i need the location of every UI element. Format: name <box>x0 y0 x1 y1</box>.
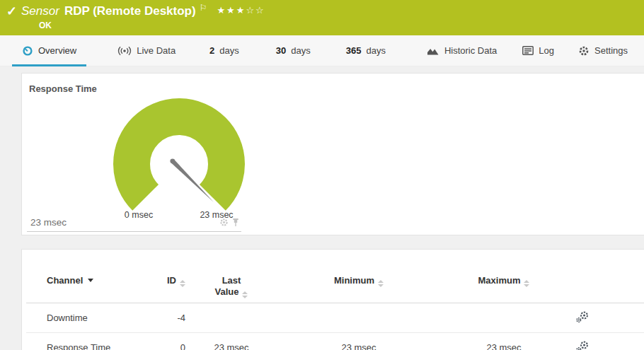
response-time-gauge: 0 msec 23 msec <box>105 95 253 226</box>
channel-settings-cogs-icon[interactable] <box>575 340 590 350</box>
channel-last-value: 23 msec <box>185 333 277 350</box>
sort-icon <box>180 280 185 287</box>
channel-maximum <box>440 303 568 333</box>
log-icon <box>522 46 534 55</box>
gauge-icon <box>22 45 33 57</box>
column-header-minimum[interactable]: Minimum <box>277 250 440 303</box>
tab-label: Settings <box>594 45 628 56</box>
table-header-row: Channel ID Last Value Minimum Maximum <box>26 250 644 303</box>
table-row: Response Time 0 23 msec 23 msec 23 msec <box>26 333 644 350</box>
broadcast-icon <box>117 46 132 56</box>
tab-number: 2 <box>209 45 214 56</box>
sensor-status-header: ✓ Sensor RDP (Remote Desktop) ⚐ ★★★☆☆ OK <box>0 0 644 35</box>
channel-name: Downtime <box>26 303 139 333</box>
channel-last-value <box>185 303 277 333</box>
channel-id: 0 <box>139 333 185 350</box>
sort-desc-icon <box>88 279 93 282</box>
gauge-current-value: 23 msec <box>28 217 67 228</box>
tab-live-data[interactable]: Live Data <box>108 35 185 66</box>
gauge-footer: 23 msec <box>27 213 241 232</box>
tab-label: days <box>219 45 238 56</box>
channel-minimum <box>277 303 440 333</box>
tab-label: Historic Data <box>444 45 497 56</box>
tab-overview[interactable]: Overview <box>12 35 86 66</box>
channel-name: Response Time <box>26 333 139 350</box>
channel-maximum: 23 msec <box>440 333 568 350</box>
tab-settings[interactable]: Settings <box>568 35 638 66</box>
channel-id: -4 <box>139 303 185 333</box>
tab-label: days <box>291 45 310 56</box>
tab-label: days <box>366 45 385 56</box>
column-header-maximum[interactable]: Maximum <box>440 250 568 303</box>
channel-minimum: 23 msec <box>277 333 440 350</box>
tab-label: Live Data <box>137 45 176 56</box>
response-time-panel: Response Time 0 msec 23 msec 23 msec <box>21 73 644 235</box>
sort-icon <box>242 291 248 298</box>
flag-icon[interactable]: ⚐ <box>200 1 207 16</box>
column-header-actions <box>568 250 597 303</box>
tab-number: 30 <box>276 45 286 56</box>
tab-label: Log <box>539 45 554 56</box>
channel-table: Channel ID Last Value Minimum Maximum <box>26 250 644 350</box>
tab-365-days[interactable]: 365 days <box>336 35 396 66</box>
object-type-label: Sensor <box>21 4 59 18</box>
sensor-status-badge: OK <box>39 21 644 30</box>
sensor-title: RDP (Remote Desktop) <box>64 4 196 18</box>
channel-settings-cogs-icon[interactable] <box>575 310 590 323</box>
sort-icon <box>378 280 384 287</box>
channel-table-panel: Channel ID Last Value Minimum Maximum <box>21 249 644 350</box>
tab-log[interactable]: Log <box>512 35 564 66</box>
pin-icon[interactable] <box>231 218 240 227</box>
gear-icon <box>578 45 590 57</box>
column-header-channel[interactable]: Channel <box>26 250 139 303</box>
tab-2-days[interactable]: 2 days <box>200 35 249 66</box>
table-row: Downtime -4 <box>26 303 644 333</box>
column-header-last-value[interactable]: Last Value <box>185 250 277 303</box>
sensor-tab-bar: Overview Live Data 2 days 30 days 365 da… <box>0 35 644 66</box>
tab-historic-data[interactable]: Historic Data <box>417 35 507 66</box>
priority-stars[interactable]: ★★★☆☆ <box>217 3 265 18</box>
sort-icon <box>524 280 529 287</box>
column-header-id[interactable]: ID <box>139 250 185 303</box>
tab-30-days[interactable]: 30 days <box>266 35 321 66</box>
status-ok-check-icon: ✓ <box>6 4 17 19</box>
tab-number: 365 <box>346 45 362 56</box>
area-chart-icon <box>427 46 439 56</box>
widget-gear-icon[interactable] <box>219 218 229 227</box>
tab-label: Overview <box>38 45 76 56</box>
gauge-panel-title: Response Time <box>29 83 97 94</box>
